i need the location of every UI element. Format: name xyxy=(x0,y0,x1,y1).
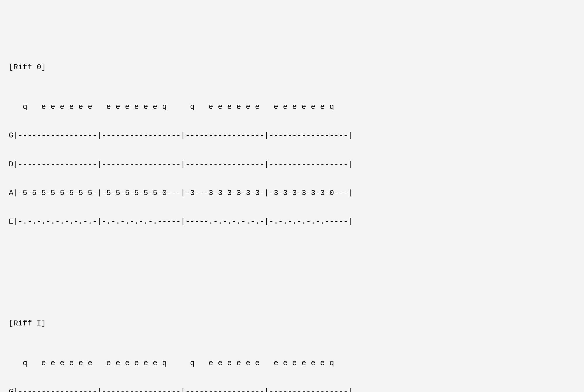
string-g: G|-----------------|-----------------|--… xyxy=(9,387,575,392)
string-d: D|-----------------|-----------------|--… xyxy=(9,160,575,169)
rhythm-line: q e e e e e e e e e e e e q q e e e e e … xyxy=(9,358,575,368)
riff-title: [Riff I] xyxy=(9,319,575,328)
rhythm-line: q e e e e e e e e e e e e q q e e e e e … xyxy=(9,102,575,112)
tab-document: [Riff 0] q e e e e e e e e e e e e q q e… xyxy=(0,0,584,392)
string-e: E|-.-.-.-.-.-.-.-.-|-.-.-.-.-.-.-----|--… xyxy=(9,217,575,227)
riff-block-0: [Riff 0] q e e e e e e e e e e e e q q e… xyxy=(9,43,575,245)
string-a: A|-5-5-5-5-5-5-5-5-|-5-5-5-5-5-5-0---|-3… xyxy=(9,188,575,198)
riff-title: [Riff 0] xyxy=(9,62,575,72)
riff-block-1: [Riff I] q e e e e e e e e e e e e q q e… xyxy=(9,299,575,392)
string-g: G|-----------------|-----------------|--… xyxy=(9,131,575,140)
